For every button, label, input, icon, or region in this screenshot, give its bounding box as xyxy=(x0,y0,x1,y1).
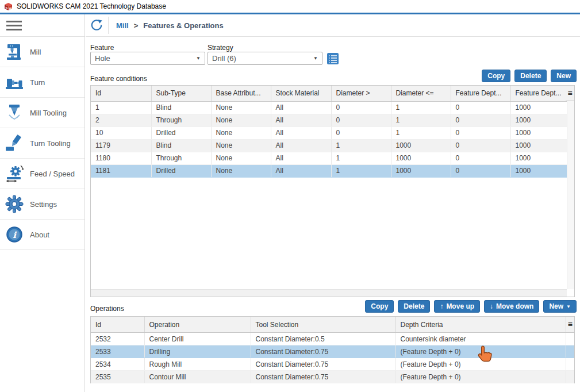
turn-machine-icon xyxy=(4,72,25,93)
solidworks-logo: S W xyxy=(4,2,13,11)
feature-label: Feature xyxy=(90,44,114,52)
sidebar-item-feed-speed[interactable]: Feed / Speed xyxy=(0,159,84,189)
strategy-dropdown[interactable]: Drill (6) ▼ xyxy=(208,52,322,65)
move-down-button[interactable]: ↓ Move down xyxy=(484,300,539,313)
settings-gear-icon xyxy=(4,194,25,214)
move-up-button[interactable]: ↑ Move up xyxy=(434,300,480,313)
column-header[interactable]: Feature Dept... xyxy=(510,86,567,101)
copy-button[interactable]: Copy xyxy=(482,70,510,82)
mill-machine-icon xyxy=(4,41,25,62)
grid-menu-icon: ≡ xyxy=(568,320,573,329)
new-dropdown-button[interactable]: New ▼ xyxy=(543,300,577,313)
sidebar-item-turn[interactable]: Turn xyxy=(0,67,84,98)
feature-dropdown[interactable]: Hole ▼ xyxy=(90,52,205,65)
table-row-selected[interactable]: 2533Drilling Constant Diameter:0.75(Feat… xyxy=(91,345,574,358)
main-panel: Mill > Features & Operations Feature Hol… xyxy=(86,14,580,392)
feature-conditions-buttons: Copy Delete New xyxy=(482,70,577,82)
chevron-down-icon: ▼ xyxy=(196,56,201,61)
strategy-label: Strategy xyxy=(208,44,233,52)
operations-table: Id Operation Tool Selection Depth Criter… xyxy=(90,316,575,383)
turn-tooling-icon xyxy=(4,133,25,153)
column-header[interactable]: Tool Selection xyxy=(251,317,395,333)
table-header-row: Id Sub-Type Base Attribut... Stock Mater… xyxy=(91,86,567,101)
table-row[interactable]: 1180Through NoneAll 11000 01000 xyxy=(91,152,567,164)
sidebar-item-label: Feed / Speed xyxy=(30,170,75,178)
refresh-icon[interactable] xyxy=(90,18,103,32)
breadcrumb-current: Features & Operations xyxy=(143,21,223,30)
sidebar-item-label: Turn Tooling xyxy=(30,139,71,148)
table-row[interactable]: 2535Contour Mill Constant Diameter:0.75(… xyxy=(91,371,574,383)
table-header-row: Id Operation Tool Selection Depth Criter… xyxy=(91,317,574,333)
chevron-down-icon: ▼ xyxy=(566,304,571,309)
breadcrumb: Mill > Features & Operations xyxy=(116,21,224,30)
feature-conditions-grid: Id Sub-Type Base Attribut... Stock Mater… xyxy=(91,86,567,178)
main-topbar: Mill > Features & Operations xyxy=(86,14,580,37)
copy-button[interactable]: Copy xyxy=(365,300,394,313)
sidebar-item-label: Settings xyxy=(30,200,57,209)
column-header[interactable]: Base Attribut... xyxy=(211,86,271,101)
strategy-dropdown-value: Drill (6) xyxy=(212,54,236,63)
column-header[interactable]: Feature Dept... xyxy=(451,86,510,101)
column-header[interactable]: Stock Material xyxy=(271,86,331,101)
hamburger-icon xyxy=(6,18,22,33)
sidebar: Mill Turn Mill Tooling Turn xyxy=(0,14,85,392)
table-row[interactable]: 1Blind NoneAll 01 01000 xyxy=(91,101,567,114)
operations-buttons: Copy Delete ↑ Move up ↓ Move down New ▼ xyxy=(365,300,577,313)
breadcrumb-mill-link[interactable]: Mill xyxy=(116,21,129,30)
chevron-down-icon: ▼ xyxy=(313,56,318,61)
table-row[interactable]: 1179Blind NoneAll 11000 01000 xyxy=(91,139,567,152)
svg-text:S: S xyxy=(6,6,8,10)
scrollbar-corner xyxy=(567,289,574,297)
window-title: SOLIDWORKS CAM 2021 Technology Database xyxy=(17,2,166,10)
table-row[interactable]: 2Through NoneAll 01 01000 xyxy=(91,114,567,126)
column-header[interactable]: Operation xyxy=(144,317,251,333)
feature-conditions-table: Id Sub-Type Base Attribut... Stock Mater… xyxy=(90,85,575,297)
sidebar-item-mill-tooling[interactable]: Mill Tooling xyxy=(0,98,84,128)
sidebar-item-mill[interactable]: Mill xyxy=(0,37,84,67)
feature-dropdown-value: Hole xyxy=(95,54,110,63)
delete-button[interactable]: Delete xyxy=(398,300,430,313)
feed-speed-icon xyxy=(4,163,25,184)
feature-conditions-title: Feature conditions xyxy=(90,75,147,83)
column-header[interactable]: Id xyxy=(91,86,151,101)
column-menu-button[interactable]: ≡ xyxy=(566,86,574,101)
arrow-down-icon: ↓ xyxy=(490,302,493,310)
sidebar-item-settings[interactable]: Settings xyxy=(0,189,84,220)
sidebar-item-about[interactable]: i About xyxy=(0,220,84,250)
sidebar-item-label: About xyxy=(30,230,49,239)
menu-toggle-button[interactable] xyxy=(0,14,84,37)
mill-tooling-icon xyxy=(4,102,25,123)
table-row[interactable]: 10Drilled NoneAll 01 01000 xyxy=(91,126,567,139)
sidebar-item-label: Turn xyxy=(30,78,45,87)
strategy-list-icon[interactable] xyxy=(327,52,339,65)
table-row[interactable]: 2534Rough Mill Constant Diameter:0.75(Fe… xyxy=(91,358,574,371)
column-header[interactable]: Depth Criteria xyxy=(395,317,566,333)
sidebar-item-label: Mill Tooling xyxy=(30,109,67,117)
window-titlebar: S W SOLIDWORKS CAM 2021 Technology Datab… xyxy=(0,0,580,13)
sidebar-item-label: Mill xyxy=(30,48,41,56)
operations-grid: Id Operation Tool Selection Depth Criter… xyxy=(91,317,574,383)
new-button[interactable]: New xyxy=(551,70,577,82)
about-info-icon: i xyxy=(4,224,25,245)
breadcrumb-separator: > xyxy=(134,21,139,30)
operations-title: Operations xyxy=(90,305,124,313)
grid-menu-icon: ≡ xyxy=(567,89,572,98)
column-header[interactable]: Diameter > xyxy=(331,86,391,101)
horizontal-scrollbar[interactable] xyxy=(91,289,567,297)
table-row[interactable]: 2532Center Drill Constant Diameter:0.5Co… xyxy=(91,333,574,345)
topbar-divider xyxy=(108,17,109,34)
sidebar-item-turn-tooling[interactable]: Turn Tooling xyxy=(0,128,84,159)
svg-text:W: W xyxy=(9,6,13,10)
column-menu-button[interactable]: ≡ xyxy=(566,317,574,333)
column-header[interactable]: Diameter <= xyxy=(391,86,451,101)
vertical-scrollbar[interactable] xyxy=(567,101,574,289)
delete-button[interactable]: Delete xyxy=(514,70,547,82)
table-row-selected[interactable]: 1181Drilled NoneAll 11000 01000 xyxy=(91,164,567,177)
column-header[interactable]: Id xyxy=(91,317,144,333)
column-header[interactable]: Sub-Type xyxy=(151,86,211,101)
arrow-up-icon: ↑ xyxy=(440,302,443,310)
